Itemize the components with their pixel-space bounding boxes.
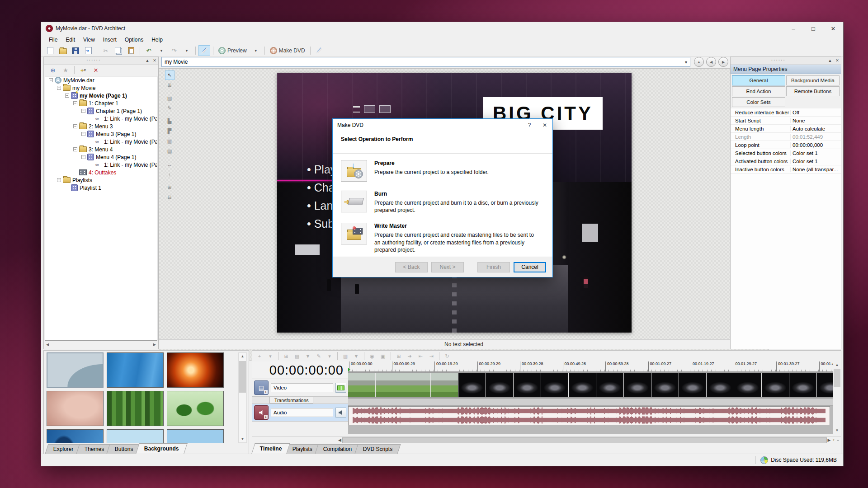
tab-compilation[interactable]: Compilation [315, 444, 360, 454]
tree-expander[interactable]: − [73, 147, 77, 151]
make-folder-button[interactable]: ▤ [292, 351, 302, 361]
tree-item[interactable]: −1: Chapter 1 [45, 99, 157, 107]
paste-button[interactable] [125, 45, 137, 56]
nav-up-button[interactable]: ▲ [694, 57, 704, 67]
brush-tool[interactable]: ✎ [165, 103, 175, 113]
burn-tool-button[interactable] [313, 45, 325, 56]
menu-button-text[interactable]: • Play [307, 163, 336, 176]
audio-track-header[interactable]: 1 Audio [252, 404, 348, 422]
space-down-tool[interactable]: ⊟ [165, 192, 175, 202]
audio-clip[interactable] [348, 406, 830, 425]
media-vertical-scrollbar[interactable]: ▲ ▼ [238, 352, 247, 443]
selection-tool[interactable]: ↖ [165, 70, 175, 80]
tree-item[interactable]: ∞1: Link - my Movie (Pag [45, 138, 157, 145]
menu-button-text[interactable]: • Lan [307, 199, 336, 212]
menu-item-options[interactable]: Options [121, 36, 147, 44]
property-value[interactable]: None (all transpar... [790, 167, 841, 172]
zoom-out-button[interactable]: − [837, 438, 841, 442]
property-value[interactable]: Auto calculate [790, 126, 841, 131]
align-center-h-tool[interactable]: ▥ [165, 136, 175, 146]
tab-backgrounds[interactable]: Backgrounds [136, 443, 187, 454]
grid-tool[interactable]: ⊞ [165, 80, 175, 90]
properties-tab-general[interactable]: General [732, 75, 785, 85]
menu-item-insert[interactable]: Insert [99, 36, 121, 44]
dialog-option-prepare[interactable]: ↓PreparePrepare the current project to a… [333, 154, 552, 184]
audio-track-lane[interactable] [348, 406, 833, 425]
grid-button[interactable]: ⊞ [394, 351, 404, 361]
space-across-tool[interactable]: ⊞ [165, 183, 175, 192]
scroll-right-icon[interactable]: ▶ [153, 343, 156, 347]
tree-expander[interactable]: − [81, 109, 85, 113]
cut-button[interactable]: ✂ [100, 45, 112, 56]
tab-timeline[interactable]: Timeline [251, 443, 290, 454]
video-track-header[interactable]: ▤1 Video [252, 379, 348, 397]
background-thumbnail[interactable] [47, 429, 104, 443]
add-media-dropdown[interactable]: ▾ [265, 351, 275, 361]
properties-tab-remote-buttons[interactable]: Remote Buttons [786, 86, 840, 96]
scrollbar-thumb[interactable] [342, 437, 827, 443]
transformations-button[interactable]: Transformations [269, 397, 313, 404]
capture-button[interactable]: ▣ [378, 351, 388, 361]
property-row[interactable]: Start ScriptNone [731, 117, 841, 125]
tree-item[interactable]: −my Movie (Page 1) [45, 92, 157, 99]
video-track-name[interactable]: Video [271, 383, 333, 392]
tree-expander[interactable]: − [57, 178, 61, 182]
tab-dvd-scripts[interactable]: DVD Scripts [354, 444, 401, 454]
properties-tab-end-action[interactable]: End Action [732, 86, 785, 96]
menu-item-view[interactable]: View [79, 36, 99, 44]
dialog-close-button[interactable]: ✕ [537, 119, 552, 131]
tree-expander[interactable]: − [65, 94, 69, 98]
size-width-tool[interactable]: ↔ [165, 160, 175, 169]
property-value[interactable]: None [790, 118, 841, 123]
new-project-button[interactable] [44, 45, 56, 56]
property-value[interactable]: Off [790, 110, 841, 115]
menu-button-text[interactable]: • Sub [307, 217, 336, 230]
focus-item-button[interactable]: ⊕ [47, 65, 59, 75]
background-thumbnail[interactable] [47, 352, 104, 388]
tree-item[interactable]: −Menu 4 (Page 1) [45, 153, 157, 161]
video-track-button[interactable] [335, 383, 346, 393]
property-row[interactable]: Activated button colorsColor set 1 [731, 157, 841, 165]
panel-close-button[interactable]: ✕ [151, 58, 158, 63]
set-in-button[interactable]: ⇤ [415, 351, 425, 361]
tree-item[interactable]: −Menu 3 (Page 1) [45, 130, 157, 138]
properties-tab-background-media[interactable]: Background Media [786, 75, 840, 85]
property-row[interactable]: Length00:01:52,449 [731, 133, 841, 141]
background-thumbnail[interactable] [47, 391, 104, 426]
timeline-vertical-scrollbar[interactable]: ▲ ▼ [833, 361, 841, 434]
save-layout-button[interactable]: ▼ [303, 351, 313, 361]
redo-button[interactable]: ↷ [168, 45, 180, 56]
scroll-up-icon[interactable]: ▲ [239, 353, 246, 360]
pen-dropdown[interactable]: ▾ [325, 351, 335, 361]
tree-expander[interactable]: − [57, 86, 61, 90]
scroll-down-icon[interactable]: ▼ [239, 436, 246, 442]
timeline-horizontal-scrollbar[interactable]: ◀ ▶ + − [252, 436, 841, 444]
make-dvd-button[interactable]: Make DVD [268, 45, 307, 56]
selection-edit-toggle[interactable] [198, 45, 210, 56]
panel-close-button[interactable]: ✕ [834, 58, 841, 63]
import-button[interactable]: ➔ [405, 351, 415, 361]
scroll-left-icon[interactable]: ◀ [46, 343, 49, 347]
save-media-button[interactable]: ▼ [351, 351, 361, 361]
align-top-tool[interactable]: ▛ [165, 127, 175, 136]
tree-item[interactable]: Playlist 1 [45, 184, 157, 192]
add-item-button[interactable]: +▾ [77, 65, 89, 75]
size-height-tool[interactable]: ↕ [165, 169, 175, 179]
tree-item[interactable]: −my Movie [45, 84, 157, 92]
set-out-button[interactable]: ⇥ [426, 351, 436, 361]
maximize-button[interactable]: □ [803, 22, 823, 35]
set-start-item-button[interactable]: ★ [60, 65, 71, 75]
burn-button[interactable]: ◉ [367, 351, 377, 361]
timeline-ruler[interactable]: 00:00:00:0000:00:09:2900:00:19:2900:00:2… [348, 361, 833, 372]
tree-expander[interactable]: − [73, 101, 77, 105]
dialog-option-write-master[interactable]: Write MasterPrepare the current project … [333, 216, 552, 256]
property-value[interactable]: Color set 1 [790, 150, 841, 156]
panel-grip[interactable]: ······ ▲ ✕ [731, 57, 841, 65]
property-value[interactable]: 00:00:00,000 [790, 142, 841, 148]
preview-dropdown[interactable]: ▾ [250, 45, 262, 56]
dialog-title-bar[interactable]: Make DVD ? ✕ [333, 119, 552, 131]
open-media-button[interactable]: ▥ [340, 351, 350, 361]
tree-expander[interactable]: − [81, 132, 85, 136]
nav-back-button[interactable]: ◀ [706, 57, 716, 67]
menu-item-edit[interactable]: Edit [61, 36, 79, 44]
